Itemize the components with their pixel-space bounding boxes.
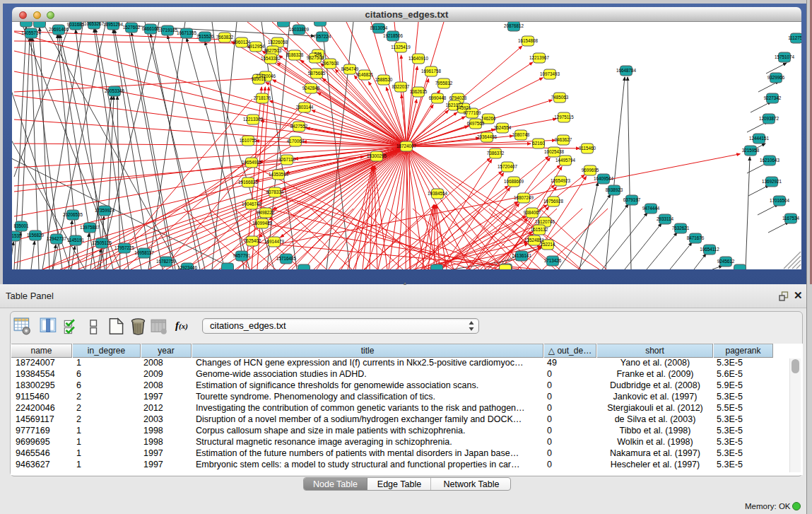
svg-text:17359924: 17359924 — [95, 208, 115, 213]
svg-text:9245612: 9245612 — [717, 259, 735, 264]
svg-text:6794028: 6794028 — [449, 95, 467, 100]
svg-text:6379197: 6379197 — [623, 197, 641, 202]
svg-text:8813054: 8813054 — [370, 25, 388, 30]
svg-text:1615132: 1615132 — [531, 227, 548, 232]
svg-text:252214: 252214 — [540, 242, 555, 247]
svg-text:20053346: 20053346 — [105, 88, 125, 93]
svg-text:10025438: 10025438 — [544, 149, 565, 154]
svg-text:8186328: 8186328 — [286, 52, 304, 57]
svg-text:8912954: 8912954 — [247, 44, 265, 49]
svg-text:3624554: 3624554 — [494, 125, 512, 130]
svg-text:9031685: 9031685 — [67, 22, 85, 27]
svg-text:10654112: 10654112 — [700, 247, 719, 252]
svg-text:1145191: 1145191 — [67, 238, 85, 243]
svg-text:1713426: 1713426 — [544, 258, 562, 263]
svg-text:9699695: 9699695 — [582, 168, 599, 173]
svg-text:2803144: 2803144 — [296, 105, 314, 110]
svg-text:16099489: 16099489 — [252, 221, 273, 226]
svg-text:16154808: 16154808 — [518, 38, 539, 43]
svg-text:10688609: 10688609 — [504, 179, 524, 184]
svg-text:16914479: 16914479 — [264, 239, 285, 244]
svg-text:7386372: 7386372 — [487, 151, 505, 156]
svg-text:20691406: 20691406 — [49, 27, 69, 32]
svg-text:991535: 991535 — [12, 233, 22, 238]
svg-text:1080748: 1080748 — [512, 132, 530, 137]
svg-text:9242848: 9242848 — [302, 86, 320, 90]
svg-text:8471676: 8471676 — [687, 235, 705, 240]
svg-text:12444151: 12444151 — [749, 136, 770, 141]
svg-text:14136141: 14136141 — [512, 253, 532, 258]
svg-text:16120746: 16120746 — [535, 219, 555, 224]
svg-text:835001: 835001 — [13, 223, 29, 228]
svg-text:1112753: 1112753 — [788, 35, 801, 40]
svg-text:18951294: 18951294 — [103, 22, 124, 27]
svg-text:7955812: 7955812 — [435, 81, 453, 86]
svg-text:10958117: 10958117 — [134, 250, 154, 255]
svg-text:345921: 345921 — [456, 105, 471, 110]
svg-text:6990448: 6990448 — [429, 95, 447, 100]
svg-text:16961758: 16961758 — [421, 69, 442, 74]
svg-text:15716485: 15716485 — [276, 256, 297, 261]
svg-text:1610755: 1610755 — [240, 138, 257, 143]
svg-text:13640910: 13640910 — [408, 56, 429, 61]
svg-text:18807249: 18807249 — [514, 195, 534, 200]
svg-text:9827503: 9827503 — [264, 48, 282, 53]
svg-text:19654935: 19654935 — [242, 160, 262, 165]
svg-text:4170064: 4170064 — [287, 139, 305, 144]
svg-text:20206535: 20206535 — [63, 212, 83, 217]
svg-text:8427552: 8427552 — [290, 124, 308, 129]
svg-text:10973493: 10973493 — [540, 71, 560, 76]
svg-text:15751074: 15751074 — [775, 54, 795, 59]
svg-text:12213309: 12213309 — [243, 117, 264, 122]
svg-text:15720407: 15720407 — [498, 164, 518, 169]
svg-text:12505135: 12505135 — [92, 240, 112, 245]
svg-text:1156829: 1156829 — [27, 233, 45, 238]
svg-text:16782759: 16782759 — [156, 259, 177, 264]
svg-text:18226058: 18226058 — [268, 40, 288, 45]
svg-text:1167534: 1167534 — [782, 216, 800, 221]
svg-text:19166825: 19166825 — [238, 180, 259, 185]
svg-text:8322037: 8322037 — [392, 84, 410, 89]
svg-text:9384067: 9384067 — [524, 210, 541, 215]
svg-text:13692921: 13692921 — [762, 179, 782, 184]
svg-text:7357224: 7357224 — [314, 34, 331, 39]
svg-text:9498222: 9498222 — [257, 210, 275, 215]
svg-text:10756928: 10756928 — [543, 199, 564, 204]
svg-text:19384554: 19384554 — [428, 191, 448, 196]
svg-text:11325419: 11325419 — [391, 45, 411, 49]
svg-text:746266: 746266 — [481, 116, 496, 121]
svg-text:16648784: 16648784 — [616, 68, 637, 73]
svg-text:12942737: 12942737 — [47, 236, 67, 241]
svg-text:18724007: 18724007 — [396, 144, 417, 148]
svg-text:16671355: 16671355 — [177, 30, 197, 35]
svg-text:8378334: 8378334 — [266, 189, 284, 194]
svg-text:7625402: 7625402 — [244, 238, 261, 243]
svg-text:62160: 62160 — [532, 141, 545, 146]
svg-text:14495794: 14495794 — [555, 158, 576, 163]
svg-text:3215958: 3215958 — [742, 148, 760, 153]
svg-text:19218506: 19218506 — [383, 33, 404, 38]
svg-text:1362615: 1362615 — [410, 89, 428, 94]
svg-text:14055714: 14055714 — [21, 30, 42, 35]
svg-text:2967608: 2967608 — [322, 61, 339, 66]
svg-text:5875685: 5875685 — [308, 71, 326, 76]
svg-text:12213967: 12213967 — [529, 55, 550, 60]
svg-text:9146821: 9146821 — [356, 72, 374, 77]
svg-text:20364486: 20364486 — [477, 134, 498, 139]
svg-text:9227342: 9227342 — [764, 95, 782, 100]
svg-text:10046748: 10046748 — [242, 201, 262, 206]
svg-text:6497568: 6497568 — [467, 121, 485, 126]
svg-text:16033809: 16033809 — [289, 27, 310, 32]
svg-text:16543382: 16543382 — [261, 56, 281, 61]
svg-text:10719185: 10719185 — [158, 28, 178, 33]
svg-text:2933114: 2933114 — [657, 216, 674, 221]
svg-text:20876812: 20876812 — [504, 23, 524, 28]
svg-text:9827508: 9827508 — [307, 55, 324, 60]
svg-text:13975887: 13975887 — [80, 225, 100, 230]
svg-text:12923446: 12923446 — [177, 265, 198, 269]
svg-text:9329966: 9329966 — [767, 75, 785, 80]
svg-text:7632621: 7632621 — [672, 226, 690, 230]
svg-text:14353594: 14353594 — [269, 172, 289, 177]
svg-text:12654923: 12654923 — [551, 178, 571, 183]
svg-text:9457791: 9457791 — [233, 253, 251, 258]
